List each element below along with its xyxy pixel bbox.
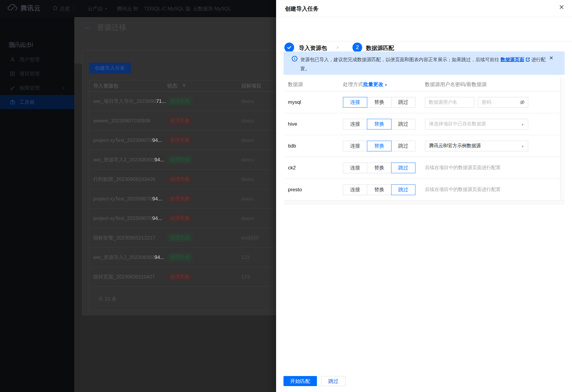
- chevron-down-icon: ▼: [521, 123, 524, 126]
- sidebar-item-overview[interactable]: 概览: [0, 38, 74, 52]
- mode-skip-button[interactable]: 跳过: [391, 119, 415, 129]
- table-scrollbar-track[interactable]: [560, 77, 565, 204]
- banner-text: 资源包已导入，建议您完成数据源匹配，以便页面和图表内容正常展示；如果跳过，后续可…: [300, 55, 555, 73]
- mode-replace-button[interactable]: 替换: [367, 184, 391, 195]
- col-datasource: 数据源: [288, 81, 343, 88]
- nav-tencent-bi[interactable]: 腾讯云 BI: [117, 0, 138, 17]
- sidebar-item-users[interactable]: 用户管理: [0, 52, 74, 67]
- drawer-title: 创建导入任务: [285, 5, 319, 13]
- info-banner: i 资源包已导入，建议您完成数据源匹配，以便页面和图表内容正常展示；如果跳过，后…: [283, 51, 565, 75]
- package-name-bright-tail: 94...: [154, 157, 164, 163]
- cloud-logo-icon: [7, 4, 17, 13]
- status-badge: 处理失败: [167, 136, 193, 145]
- match-row-tidb: tidb 连接 替换 跳过 腾讯云BI官方示例数据源 ▼: [284, 135, 560, 157]
- mode-replace-button[interactable]: 替换: [367, 119, 391, 129]
- datasource-name: ck2: [288, 165, 343, 171]
- step2-number-circle: 2: [352, 43, 362, 52]
- skip-note: 后续在项目中的数据源页面进行配置: [425, 187, 501, 193]
- package-name: wei_项目导入导出_2023090: [93, 98, 156, 104]
- nav-cdb-mysql[interactable]: 云数据库 MySQL: [193, 0, 231, 17]
- mode-skip-button[interactable]: 跳过: [391, 163, 415, 173]
- col-status: 状态: [167, 82, 241, 89]
- col-handle-mode: 处理方式批量更改▼: [343, 81, 425, 88]
- package-name: project-xyTest_202309070: [93, 216, 152, 221]
- mode-skip-button[interactable]: 跳过: [391, 141, 415, 151]
- nav-tdsql[interactable]: TDSQL-C MySQL 版: [144, 0, 191, 17]
- datasource-name: hive: [288, 121, 343, 127]
- batch-change-link[interactable]: 批量更改: [363, 82, 383, 87]
- sidebar-item-permissions[interactable]: 权限管理 ∨: [0, 81, 74, 95]
- existing-datasource-select[interactable]: 腾讯云BI官方示例数据源 ▼: [425, 141, 528, 151]
- package-name-bright-tail: 94...: [152, 196, 162, 202]
- skip-note: 后续在项目中的数据源页面进行配置: [425, 165, 501, 171]
- mode-connect-button[interactable]: 连接: [343, 119, 367, 129]
- mode-skip-button[interactable]: 跳过: [391, 184, 415, 195]
- status-badge: 处理失败: [167, 214, 193, 223]
- mode-connect-button[interactable]: 连接: [343, 163, 367, 173]
- match-row-ck2: ck2 连接 替换 跳过 后续在项目中的数据源页面进行配置: [284, 157, 560, 179]
- package-name: project-xyTest_202309070: [93, 196, 152, 202]
- mode-connect-button[interactable]: 连接: [343, 97, 367, 108]
- create-import-task-button[interactable]: 创建导入任务: [89, 63, 131, 74]
- package-name-bright-tail: 71...: [156, 98, 166, 104]
- package-name: project-xyTest_202309070: [93, 137, 152, 143]
- grid-icon: [10, 43, 15, 48]
- table-hscrollbar-track[interactable]: [284, 200, 565, 204]
- mode-connect-button[interactable]: 连接: [343, 184, 367, 195]
- chevron-right-icon: ›: [336, 43, 339, 51]
- eye-off-icon[interactable]: [520, 100, 525, 106]
- package-name-bright-tail: 94...: [154, 255, 164, 260]
- mode-connect-button[interactable]: 连接: [343, 141, 367, 151]
- sidebar-item-projects[interactable]: 项目管理: [0, 67, 74, 81]
- status-badge: 处理完成: [167, 97, 193, 106]
- mode-replace-button[interactable]: 替换: [367, 163, 391, 173]
- mode-segmented-control: 连接 替换 跳过: [343, 184, 415, 195]
- tencent-cloud-logo[interactable]: 腾讯云: [7, 4, 41, 13]
- drawer-header: 创建导入任务 ✕: [276, 0, 572, 17]
- step1-done-circle: [284, 43, 294, 52]
- create-import-task-drawer: 创建导入任务 ✕ 导入资源包 › 2 数据源匹配 i 资源包已导入，建议您完成数…: [276, 0, 572, 392]
- home-icon: [53, 5, 58, 12]
- logo-text: 腾讯云: [20, 4, 41, 13]
- status-badge: 处理失败: [167, 195, 193, 203]
- banner-close-icon[interactable]: ✕: [549, 55, 553, 61]
- mode-replace-button[interactable]: 替换: [367, 97, 391, 108]
- chevron-down-icon: ▼: [521, 145, 524, 148]
- back-arrow-icon[interactable]: ←: [84, 22, 91, 31]
- chevron-down-icon: ∨: [62, 86, 65, 90]
- match-table-header: 数据源 处理方式批量更改▼ 数据源用户名密码/新数据源: [284, 77, 560, 91]
- nav-cloud-products[interactable]: 云产品 ▼: [88, 0, 108, 17]
- close-icon[interactable]: ✕: [559, 4, 564, 11]
- sidebar-item-toolbox[interactable]: 工具箱: [0, 95, 74, 109]
- nav-overview[interactable]: 总览: [53, 0, 70, 17]
- mode-segmented-control: 连接 替换 跳过: [343, 119, 415, 129]
- key-icon: [10, 85, 15, 90]
- existing-datasource-select[interactable]: 请选择项目中已存在数据源 ▼: [425, 119, 528, 129]
- status-badge: 处理失败: [167, 175, 193, 184]
- status-badge: 处理完成: [167, 234, 193, 242]
- document-icon: [10, 71, 15, 76]
- start-match-button[interactable]: 开始匹配: [283, 376, 317, 386]
- sidebar: 腾讯云 BI 概览 用户管理: [0, 17, 74, 392]
- package-name: 行列权限_20230906103426: [93, 176, 155, 182]
- filter-funnel-icon[interactable]: [182, 83, 186, 89]
- toolbox-icon: [10, 100, 15, 105]
- package-name: 指标告警_20230905212217: [93, 235, 155, 241]
- mode-skip-button[interactable]: 跳过: [391, 97, 415, 108]
- match-row-mysql: mysql 连接 替换 跳过: [284, 91, 560, 113]
- datasource-page-link[interactable]: 数据源页面: [500, 57, 524, 62]
- skip-button[interactable]: 跳过: [321, 376, 346, 386]
- package-name: 跳转页面_20230830110427: [93, 274, 155, 280]
- package-name: wei_资源导入2_202308300: [93, 157, 154, 163]
- total-count: 共 23 条: [98, 296, 117, 302]
- chevron-down-icon: ▼: [384, 83, 387, 87]
- package-name-bright-tail: 94...: [152, 216, 162, 221]
- match-row-hive: hive 连接 替换 跳过 请选择项目中已存在数据源 ▼: [284, 113, 560, 135]
- check-icon: [287, 45, 292, 50]
- mode-replace-button[interactable]: 替换: [367, 141, 391, 151]
- step2-label: 数据源匹配: [366, 44, 394, 52]
- datasource-username-input[interactable]: [425, 97, 474, 108]
- status-badge: 处理完成: [167, 155, 193, 164]
- info-icon: i: [292, 56, 297, 61]
- status-badge: 处理失败: [167, 273, 193, 281]
